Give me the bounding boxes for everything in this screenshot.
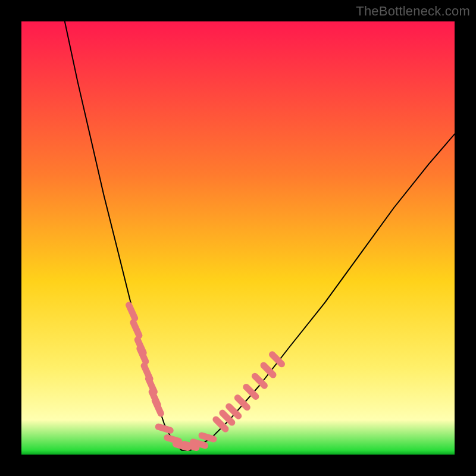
fit-markers-bottom — [193, 442, 205, 446]
fit-markers-right — [216, 419, 226, 429]
watermark-label: TheBottleneck.com — [356, 4, 470, 19]
fit-markers-left — [133, 322, 139, 336]
bottleneck-curve — [65, 21, 455, 450]
fit-markers-bottom — [202, 436, 214, 439]
fit-markers-left — [129, 305, 135, 318]
plot-area — [21, 21, 455, 455]
fit-markers-bottom — [158, 427, 170, 430]
chart-frame: TheBottleneck.com — [0, 0, 476, 476]
fit-markers-right — [223, 413, 232, 422]
fit-markers-right — [255, 376, 264, 386]
fit-markers-right — [237, 398, 247, 408]
fit-markers-right — [273, 355, 282, 364]
chart-svg — [21, 21, 455, 455]
fit-markers-right — [246, 387, 256, 396]
fit-markers-bottom — [167, 438, 179, 441]
fit-markers-right — [264, 365, 273, 375]
fit-markers-right — [229, 406, 239, 416]
